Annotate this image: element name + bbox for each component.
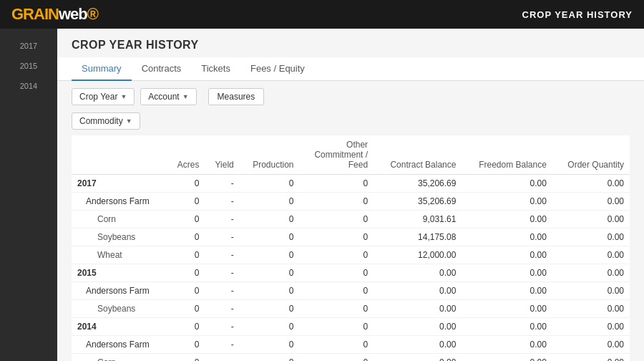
cell-0-4: 0 [300,175,374,193]
cell-4-4: 0 [300,246,374,264]
crop-year-filter[interactable]: Crop Year ▼ [72,88,135,105]
cell-7-2: - [205,300,240,318]
cell-9-2: - [205,336,240,354]
cell-10-4: 0 [300,354,374,362]
cell-6-1: 0 [167,282,205,300]
sidebar-item-2015[interactable]: 2015 [0,56,57,76]
cell-1-1: 0 [167,193,205,211]
cell-4-7: 0.00 [552,246,630,264]
cell-3-3: 0 [240,228,300,246]
cell-4-2: - [205,246,240,264]
col-header-other-commitment: Other Commitment / Feed [300,135,374,175]
cell-8-6: 0.00 [462,318,552,336]
table-row: 20150-000.000.000.00 [72,264,630,282]
cell-6-3: 0 [240,282,300,300]
cell-8-2: - [205,318,240,336]
filter-row-2: Commodity ▼ [57,112,644,135]
cell-10-5: 0.00 [374,354,462,362]
cell-7-0: Soybeans [72,300,167,318]
cell-1-3: 0 [240,193,300,211]
tab-contracts[interactable]: Contracts [132,57,192,81]
cell-0-3: 0 [240,175,300,193]
cell-2-7: 0.00 [552,211,630,228]
table-row: Corn0-009,031.610.000.00 [72,211,630,228]
cell-9-1: 0 [167,336,205,354]
cell-7-5: 0.00 [374,300,462,318]
table-container: Acres Yield Production Other Commitment … [57,135,644,361]
cell-7-4: 0 [300,300,374,318]
main-container: 2017 2015 2014 CROP YEAR HISTORY Summary… [0,29,644,361]
cell-4-0: Wheat [72,246,167,264]
cell-8-0: 2014 [72,318,167,336]
account-arrow-icon: ▼ [182,93,189,100]
cell-10-2: - [205,354,240,362]
cell-0-1: 0 [167,175,205,193]
tab-summary[interactable]: Summary [72,57,132,81]
filter-group-left: Crop Year ▼ Account ▼ [72,88,197,105]
cell-5-0: 2015 [72,264,167,282]
cell-5-7: 0.00 [552,264,630,282]
cell-2-6: 0.00 [462,211,552,228]
brand-web: web [59,5,87,24]
cell-10-3: 0 [240,354,300,362]
brand-logo[interactable]: GRAIN web ® [11,5,99,24]
cell-7-1: 0 [167,300,205,318]
cell-10-7: 0.00 [552,354,630,362]
sidebar: 2017 2015 2014 [0,29,57,361]
cell-2-3: 0 [240,211,300,228]
cell-6-2: - [205,282,240,300]
cell-3-2: - [205,228,240,246]
other-commitment-line2: Commitment / [314,150,368,160]
measures-button[interactable]: Measures [208,88,265,105]
cell-6-6: 0.00 [462,282,552,300]
cell-9-7: 0.00 [552,336,630,354]
crop-year-label: Crop Year [79,92,117,102]
cell-5-4: 0 [300,264,374,282]
cell-6-5: 0.00 [374,282,462,300]
cell-5-3: 0 [240,264,300,282]
cell-6-4: 0 [300,282,374,300]
cell-5-6: 0.00 [462,264,552,282]
cell-10-1: 0 [167,354,205,362]
col-header-freedom-balance: Freedom Balance [462,135,552,175]
content-area: CROP YEAR HISTORY Summary Contracts Tick… [57,29,644,361]
commodity-label: Commodity [79,116,123,126]
cell-5-1: 0 [167,264,205,282]
crop-year-arrow-icon: ▼ [120,93,127,100]
cell-5-2: - [205,264,240,282]
sidebar-item-2014[interactable]: 2014 [0,76,57,96]
cell-8-7: 0.00 [552,318,630,336]
col-header-name [72,135,167,175]
cell-2-2: - [205,211,240,228]
cell-3-5: 14,175.08 [374,228,462,246]
cell-6-7: 0.00 [552,282,630,300]
cell-3-6: 0.00 [462,228,552,246]
account-label: Account [148,92,179,102]
navbar-title: CROP YEAR HISTORY [522,9,633,20]
cell-1-2: - [205,193,240,211]
cell-8-4: 0 [300,318,374,336]
cell-4-1: 0 [167,246,205,264]
other-commitment-line1: Other [346,140,368,150]
cell-0-0: 2017 [72,175,167,193]
sidebar-item-2017[interactable]: 2017 [0,36,57,56]
cell-1-6: 0.00 [462,193,552,211]
page-title: CROP YEAR HISTORY [72,39,630,52]
cell-4-3: 0 [240,246,300,264]
cell-1-4: 0 [300,193,374,211]
commodity-filter[interactable]: Commodity ▼ [72,112,140,130]
cell-7-3: 0 [240,300,300,318]
tab-tickets[interactable]: Tickets [191,57,240,81]
tab-fees-equity[interactable]: Fees / Equity [240,57,315,81]
cell-6-0: Andersons Farm [72,282,167,300]
cell-8-5: 0.00 [374,318,462,336]
data-table: Acres Yield Production Other Commitment … [72,135,630,361]
col-header-order-quantity: Order Quantity [552,135,630,175]
account-filter[interactable]: Account ▼ [140,88,196,105]
filters-bar: Crop Year ▼ Account ▼ Measures [57,81,644,112]
table-row: Wheat0-0012,000.000.000.00 [72,246,630,264]
cell-0-2: - [205,175,240,193]
cell-9-0: Andersons Farm [72,336,167,354]
brand-dot: ® [87,5,99,24]
page-header: CROP YEAR HISTORY [57,29,644,57]
